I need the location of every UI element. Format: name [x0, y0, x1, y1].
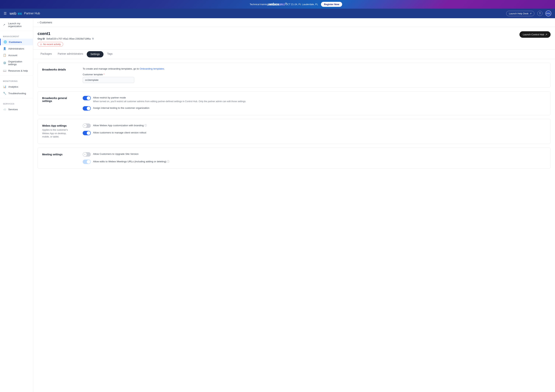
branding-toggle-row: ✕ Allow Webex App customization with bra…: [83, 123, 546, 128]
app-body: ↗ Launch my organization MANAGEMENT 🌐 Cu…: [0, 18, 555, 392]
org-id-value: 0e6af220-c707-45a1-95ee-23928d718f6a: [46, 37, 91, 40]
breadcrumb: ‹ Customers: [33, 18, 555, 27]
webex-app-subtitle: Applies to the customer's Webex App on d…: [42, 128, 74, 139]
external-link-icon: ↗: [3, 23, 6, 27]
upgrade-site-row: ✕ Allow Customers to Upgrade Site Versio…: [83, 152, 546, 157]
customers-icon: 🌐: [3, 40, 7, 44]
launch-help-desk-button[interactable]: Launch Help Desk ↗: [506, 11, 534, 16]
required-indicator: *: [103, 73, 104, 76]
internal-testing-label: Assign internal testing to the customer …: [93, 106, 149, 109]
sidebar-item-account[interactable]: 📋 Account: [0, 52, 33, 58]
branding-info-icon[interactable]: ⓘ: [144, 124, 147, 127]
sidebar-item-org-settings[interactable]: ⚙️ Organization settings: [0, 58, 33, 67]
sidebar-item-services[interactable]: ☁️ Services: [0, 106, 33, 113]
webex-urls-toggle[interactable]: [83, 160, 91, 164]
services-icon: ☁️: [3, 108, 7, 111]
client-version-row: Allow customers to manage client version…: [83, 131, 546, 135]
meeting-settings-title: Meeting settings: [38, 148, 78, 168]
sidebar-item-analytics[interactable]: 📊 Analytics: [0, 83, 33, 90]
restrict-partner-mode-label: Allow restrict by partner mode: [93, 96, 246, 99]
main-content: ‹ Customers cxent1 Org ID 0e6af220-c707-…: [33, 18, 555, 392]
org-id-label: Org ID: [37, 37, 45, 40]
analytics-icon: 📊: [3, 85, 7, 88]
branding-toggle[interactable]: ✕: [83, 123, 91, 128]
broadworks-details-title: Broadworks details: [38, 63, 78, 87]
webex-app-content: ✕ Allow Webex App customization with bra…: [78, 119, 550, 144]
webex-urls-label: Allow edits to Webex Meetings URLs (incl…: [93, 160, 169, 163]
meeting-settings-content: ✕ Allow Customers to Upgrade Site Versio…: [78, 148, 550, 168]
resources-icon: 📖: [3, 69, 7, 72]
internal-testing-row: Assign internal testing to the customer …: [83, 106, 546, 111]
banner-logo: webexone24: [268, 2, 287, 7]
onboarding-templates-link[interactable]: Onboarding templates.: [139, 67, 165, 70]
external-link-icon: ↗: [530, 12, 532, 15]
administrators-icon: 👤: [3, 47, 7, 50]
help-icon-button[interactable]: ?: [537, 11, 542, 16]
settings-content: Broadworks details To create and manage …: [33, 59, 555, 176]
sidebar-item-troubleshooting[interactable]: 🔧 Troubleshooting: [0, 90, 33, 97]
client-version-label: Allow customers to manage client version…: [93, 131, 146, 134]
breadcrumb-back-button[interactable]: ‹: [37, 21, 38, 24]
top-banner: webexone24 Technical training, limited s…: [0, 0, 555, 9]
management-section-label: MANAGEMENT: [0, 32, 33, 39]
register-button[interactable]: Register Now: [321, 2, 342, 7]
troubleshooting-icon: 🔧: [3, 92, 7, 95]
broadworks-general-content: Allow restrict by partner mode When turn…: [78, 92, 550, 115]
tab-settings[interactable]: Settings: [87, 51, 103, 57]
sidebar-item-customers[interactable]: 🌐 Customers: [0, 39, 33, 45]
no-activity-badge: ⚠ No recent activity: [37, 42, 63, 47]
tabs-bar: Packages Partner administrators Settings…: [33, 50, 555, 59]
customer-name: cxent1: [37, 31, 94, 36]
internal-testing-toggle[interactable]: [83, 106, 91, 111]
user-avatar[interactable]: CCL: [545, 10, 551, 16]
upgrade-site-toggle[interactable]: ✕: [83, 152, 91, 157]
app-name: Partner Hub: [24, 12, 40, 15]
customer-template-input[interactable]: [83, 77, 134, 83]
broadworks-general-section: Broadworks general settings Allow restri…: [37, 91, 551, 115]
meeting-settings-section: Meeting settings ✕ Allow Customers to Up…: [37, 148, 551, 169]
tab-tags[interactable]: Tags: [104, 50, 116, 59]
sidebar-item-administrators[interactable]: 👤 Administrators: [0, 45, 33, 52]
sidebar-item-launch-org[interactable]: ↗ Launch my organization: [0, 21, 33, 29]
webex-urls-row: Allow edits to Webex Meetings URLs (incl…: [83, 160, 546, 164]
account-icon: 📋: [3, 54, 7, 57]
launch-control-hub-button[interactable]: Launch Control Hub ↗: [519, 31, 551, 38]
tab-packages[interactable]: Packages: [37, 50, 55, 59]
sidebar: ↗ Launch my organization MANAGEMENT 🌐 Cu…: [0, 18, 33, 392]
webex-app-section: Webex App settings Applies to the custom…: [37, 119, 551, 144]
template-field-label: Customer template *: [83, 73, 546, 76]
broadworks-general-title: Broadworks general settings: [38, 92, 78, 115]
customer-header: cxent1 Org ID 0e6af220-c707-45a1-95ee-23…: [33, 27, 555, 50]
breadcrumb-label: Customers: [40, 21, 52, 24]
client-version-toggle[interactable]: [83, 131, 91, 135]
main-header: ☰ webex Partner Hub Launch Help Desk ↗ ?…: [0, 9, 555, 18]
restrict-partner-mode-toggle[interactable]: [83, 96, 91, 100]
broadworks-details-section: Broadworks details To create and manage …: [37, 63, 551, 88]
external-link-icon: ↗: [545, 33, 547, 36]
sidebar-item-resources[interactable]: 📖 Resources & help: [0, 67, 33, 74]
monitoring-section-label: MONITORING: [0, 77, 33, 83]
broadworks-details-content: To create and manage onboarding template…: [78, 63, 550, 87]
hamburger-icon[interactable]: ☰: [4, 11, 7, 15]
alert-icon: ⚠: [40, 43, 42, 46]
restrict-partner-mode-desc: When turned on, you'll restrict all cust…: [93, 100, 246, 103]
branding-label: Allow Webex App customization with brand…: [93, 123, 147, 127]
webex-app-title: Webex App settings Applies to the custom…: [38, 119, 78, 144]
tab-partner-admins[interactable]: Partner administrators: [55, 50, 86, 59]
org-id-row: Org ID 0e6af220-c707-45a1-95ee-23928d718…: [37, 37, 94, 40]
brand-logo: webex Partner Hub: [10, 11, 40, 16]
restrict-partner-mode-row: Allow restrict by partner mode When turn…: [83, 96, 546, 103]
webex-urls-info-icon[interactable]: ⓘ: [167, 160, 169, 163]
upgrade-site-label: Allow Customers to Upgrade Site Version: [93, 152, 139, 155]
org-settings-icon: ⚙️: [3, 61, 6, 64]
customer-info: cxent1 Org ID 0e6af220-c707-45a1-95ee-23…: [37, 31, 94, 47]
services-section-label: SERVICES: [0, 100, 33, 106]
copy-icon[interactable]: ⧉: [92, 37, 94, 40]
